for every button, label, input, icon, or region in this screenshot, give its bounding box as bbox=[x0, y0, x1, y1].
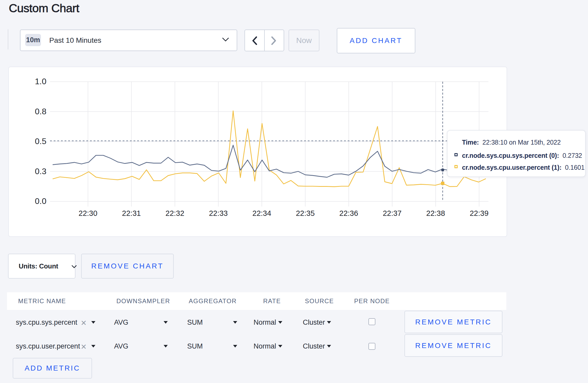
svg-text:22:39: 22:39 bbox=[470, 209, 489, 217]
svg-text:22:33: 22:33 bbox=[209, 209, 228, 217]
svg-text:0.3: 0.3 bbox=[35, 167, 46, 176]
svg-text:1.0: 1.0 bbox=[35, 77, 46, 86]
svg-text:22:31: 22:31 bbox=[122, 209, 141, 217]
svg-text:22:34: 22:34 bbox=[253, 209, 271, 217]
svg-text:22:36: 22:36 bbox=[339, 209, 358, 217]
svg-text:22:37: 22:37 bbox=[383, 209, 402, 217]
svg-text:0.5: 0.5 bbox=[35, 137, 46, 146]
svg-text:22:35: 22:35 bbox=[296, 209, 315, 217]
svg-text:22:38: 22:38 bbox=[426, 209, 445, 217]
svg-text:22:30: 22:30 bbox=[79, 209, 97, 217]
svg-text:0.8: 0.8 bbox=[35, 107, 46, 116]
svg-text:22:32: 22:32 bbox=[165, 209, 184, 217]
svg-text:0.0: 0.0 bbox=[35, 196, 46, 206]
